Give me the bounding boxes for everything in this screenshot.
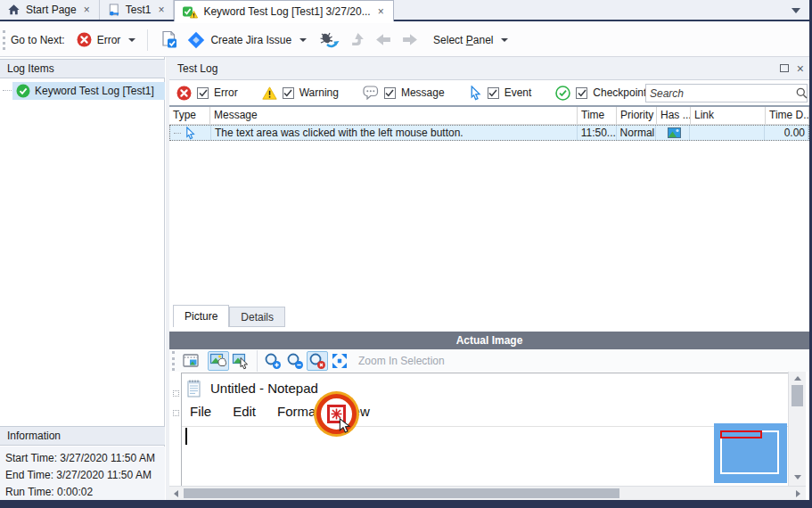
tab-label: Start Page	[26, 4, 77, 16]
column-time-diff[interactable]: Time D...	[766, 107, 809, 124]
jira-icon	[187, 31, 205, 49]
column-type[interactable]: Type	[169, 107, 210, 124]
column-message[interactable]: Message	[210, 107, 578, 124]
priority-cell: Normal	[617, 126, 657, 140]
home-icon	[7, 4, 21, 16]
menu-format: Format	[277, 404, 320, 419]
log-items-header: Log Items	[0, 59, 165, 78]
jump-to-bug-button[interactable]	[315, 29, 345, 52]
notepad-screenshot: Untitled - Notepad File Edit Format View	[181, 373, 788, 486]
close-icon[interactable]: ×	[156, 4, 166, 16]
fit-to-window-button[interactable]	[329, 351, 350, 371]
text-caret	[185, 428, 187, 445]
notepad-titlebar: Untitled - Notepad	[186, 379, 318, 397]
testcomplete-window: Start Page × Test1 ×	[0, 0, 812, 508]
scroll-left-icon[interactable]	[174, 490, 178, 497]
document-tab-bar: Start Page × Test1 ×	[0, 0, 809, 21]
scroll-down-icon[interactable]	[794, 475, 801, 479]
check-circle-icon	[16, 84, 30, 98]
select-mode-button[interactable]	[230, 351, 251, 371]
select-panel-button[interactable]: Select Panel	[429, 31, 513, 49]
view-image-window-button[interactable]	[180, 351, 201, 371]
toolbar-separator	[147, 29, 148, 51]
actual-image-header: Actual Image	[169, 332, 809, 349]
log-items-panel: Log Items Keyword Test Log [Test1] Infor…	[0, 57, 165, 500]
search-input[interactable]	[646, 87, 791, 100]
close-panel-icon[interactable]: ×	[797, 64, 804, 73]
table-row[interactable]: The text area was clicked with the left …	[169, 125, 809, 141]
tab-start-page[interactable]: Start Page ×	[0, 0, 100, 20]
column-has-picture[interactable]: Has ...	[657, 107, 691, 124]
time-cell: 11:50...	[578, 126, 617, 140]
zoom-reset-button[interactable]	[307, 351, 328, 371]
pan-mode-button[interactable]	[208, 351, 229, 371]
warning-checkbox[interactable]	[283, 87, 294, 99]
scroll-up-icon[interactable]	[794, 376, 801, 381]
error-icon	[176, 86, 192, 101]
horizontal-scrollbar[interactable]	[169, 486, 806, 500]
zoom-in-button[interactable]	[262, 351, 283, 371]
toolbar-grip[interactable]	[3, 30, 5, 50]
go-forward-button[interactable]	[397, 29, 423, 51]
close-icon[interactable]: ×	[376, 5, 386, 18]
go-to-parent-button[interactable]	[345, 29, 370, 50]
tab-test1[interactable]: Test1 ×	[100, 0, 175, 20]
horizontal-scroll-thumb[interactable]	[184, 488, 619, 498]
message-icon	[363, 86, 379, 100]
tree-item-label: Keyword Test Log [Test1]	[35, 85, 154, 97]
tab-list-dropdown-icon[interactable]	[791, 8, 800, 13]
warning-icon	[262, 86, 277, 100]
event-icon	[469, 86, 482, 101]
selection-handle	[173, 390, 179, 397]
event-cursor-icon	[185, 127, 196, 140]
filter-label: Warning	[299, 86, 339, 99]
vertical-scroll-thumb[interactable]	[791, 385, 803, 406]
minimap-viewport-rect[interactable]	[720, 430, 762, 438]
tab-picture[interactable]: Picture	[173, 305, 229, 327]
log-filter-bar: Error Warning Message	[169, 80, 809, 107]
keyword-test-icon	[107, 4, 120, 17]
float-panel-icon[interactable]	[780, 64, 789, 72]
start-time-text: Start Time: 3/27/2020 11:50 AM	[5, 450, 165, 467]
message-checkbox[interactable]	[384, 87, 396, 99]
minimap-thumbnail[interactable]	[714, 423, 787, 483]
error-circle-icon	[77, 32, 92, 47]
chevron-down-icon	[128, 38, 135, 42]
go-to-next-error-button[interactable]: Error	[72, 29, 141, 50]
select-panel-label: Select Panel	[433, 34, 493, 46]
column-time[interactable]: Time	[578, 107, 617, 124]
message-cell: The text area was clicked with the left …	[211, 126, 578, 140]
tab-keyword-test-log[interactable]: Keyword Test Log [Test1] 3/27/20... ×	[174, 0, 393, 21]
search-box	[645, 84, 808, 102]
click-indicator-icon	[316, 394, 357, 434]
create-jira-issue-button[interactable]: Create Jira Issue	[183, 29, 311, 52]
zoom-in-selection-label: Zoom In Selection	[358, 355, 445, 367]
tab-details[interactable]: Details	[229, 307, 285, 327]
error-checkbox[interactable]	[197, 87, 209, 99]
close-icon[interactable]: ×	[82, 4, 92, 16]
test-log-panel-header: Test Log ×	[169, 57, 809, 80]
vertical-scrollbar[interactable]	[788, 372, 806, 486]
filter-label: Checkpoint	[593, 86, 646, 99]
column-priority[interactable]: Priority	[617, 107, 657, 124]
picture-details-tabs: Picture Details	[173, 305, 285, 327]
column-link[interactable]: Link	[691, 107, 766, 124]
zoom-out-button[interactable]	[284, 351, 306, 371]
scroll-right-icon[interactable]	[796, 490, 800, 497]
filter-checkpoint: Checkpoint	[555, 86, 646, 101]
checkpoint-checkbox[interactable]	[576, 87, 587, 99]
menubar-divider	[182, 426, 788, 427]
end-time-text: End Time: 3/27/2020 11:50 AM	[5, 467, 165, 484]
left-arrow-icon	[374, 31, 392, 48]
picture-canvas[interactable]: Untitled - Notepad File Edit Format View	[169, 372, 788, 486]
mouse-cursor-icon	[339, 418, 351, 434]
tree-item-keyword-test-log[interactable]: Keyword Test Log [Test1]	[12, 82, 165, 100]
tab-label: Keyword Test Log [Test1] 3/27/20...	[203, 5, 370, 18]
create-jira-label: Create Jira Issue	[210, 34, 291, 46]
filter-message: Message	[363, 86, 445, 100]
report-issue-button[interactable]	[155, 28, 183, 52]
main-toolbar: Go to Next: Error	[0, 23, 809, 57]
event-checkbox[interactable]	[488, 87, 499, 99]
go-back-button[interactable]	[370, 29, 397, 51]
picture-toolbar-grip[interactable]	[172, 351, 175, 371]
